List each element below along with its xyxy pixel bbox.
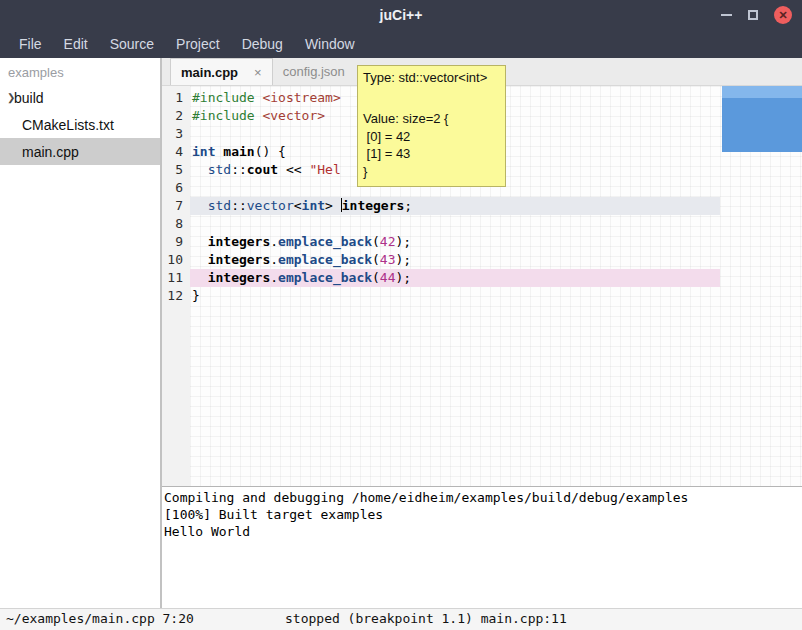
status-bar: ~/examples/main.cpp 7:20 stopped (breakp… [0, 608, 802, 630]
code-segment: std [208, 198, 231, 213]
line-number[interactable]: 11 [162, 269, 190, 287]
code-segment: ; [404, 198, 412, 213]
line-number[interactable]: 3 [162, 125, 190, 143]
sidebar-item-build[interactable]: ❯build [0, 84, 160, 111]
maximize-icon[interactable] [748, 10, 758, 20]
menu-bar: FileEditSourceProjectDebugWindow [0, 30, 802, 58]
tab-close-icon[interactable]: × [254, 65, 262, 80]
code-segment: integers [208, 252, 271, 267]
code-segment: <iostream> [262, 90, 340, 105]
code-segment: integers [208, 270, 271, 285]
code-line[interactable]: 11 integers.emplace_back(44); [162, 269, 802, 287]
code-text: integers.emplace_back(44); [190, 269, 720, 287]
code-segment: ( [372, 270, 380, 285]
code-segment: emplace_back [278, 270, 372, 285]
code-segment: < [294, 198, 302, 213]
minimize-icon[interactable] [721, 14, 732, 16]
code-segment: cout [247, 162, 278, 177]
code-segment: int [302, 198, 325, 213]
file-label: main.cpp [22, 144, 79, 160]
close-icon[interactable]: ✕ [774, 6, 792, 24]
status-file-position: ~/examples/main.cpp 7:20 [6, 611, 194, 626]
code-segment: } [192, 288, 200, 303]
line-number[interactable]: 7 [162, 197, 190, 215]
expander-chevron-icon[interactable]: ❯ [0, 92, 14, 103]
tab-main-cpp[interactable]: main.cpp× [170, 58, 273, 85]
code-text: integers.emplace_back(42); [190, 233, 720, 251]
code-segment: std [208, 162, 231, 177]
tooltip-value-block: Value: size=2 { [0] = 42 [1] = 43} [363, 110, 500, 180]
code-segment: emplace_back [278, 234, 372, 249]
code-segment: main [223, 144, 254, 159]
line-number[interactable]: 2 [162, 107, 190, 125]
line-number[interactable]: 1 [162, 89, 190, 107]
sidebar: examples ❯buildCMakeLists.txtmain.cpp [0, 58, 160, 608]
line-number[interactable]: 12 [162, 287, 190, 305]
code-segment: () { [255, 144, 286, 159]
tooltip-value-line: [1] = 43 [363, 145, 500, 163]
code-text: } [190, 287, 720, 305]
code-segment: << [278, 162, 309, 177]
code-text: integers.emplace_back(43); [190, 251, 720, 269]
code-segment: emplace_back [278, 252, 372, 267]
title-bar: juCi++ ✕ [0, 0, 802, 30]
line-number[interactable]: 9 [162, 233, 190, 251]
code-segment [192, 270, 208, 285]
status-debug-state: stopped (breakpoint 1.1) main.cpp:11 [285, 611, 567, 626]
code-segment: int [192, 144, 215, 159]
line-number[interactable]: 5 [162, 161, 190, 179]
tooltip-type-line: Type: std::vector<int> [363, 69, 500, 86]
sidebar-header: examples [0, 58, 160, 84]
tooltip-value-line: [0] = 42 [363, 128, 500, 146]
file-label: CMakeLists.txt [22, 117, 114, 133]
tab-label: config.json [283, 64, 345, 79]
output-panel[interactable]: Compiling and debugging /home/eidheim/ex… [162, 487, 802, 608]
code-line[interactable]: 9 integers.emplace_back(42); [162, 233, 802, 251]
code-segment: ( [372, 234, 380, 249]
menu-item-source[interactable]: Source [99, 30, 165, 58]
code-segment: ); [396, 252, 412, 267]
code-segment [192, 252, 208, 267]
menu-item-debug[interactable]: Debug [231, 30, 294, 58]
code-segment [192, 198, 208, 213]
code-line[interactable]: 12} [162, 287, 802, 305]
code-segment [192, 234, 208, 249]
code-segment: 42 [380, 234, 396, 249]
code-segment: vector [247, 198, 294, 213]
debug-tooltip: Type: std::vector<int> Value: size=2 { [… [357, 65, 506, 187]
output-line: [100%] Built target examples [164, 506, 802, 523]
code-line[interactable]: 10 integers.emplace_back(43); [162, 251, 802, 269]
line-number[interactable]: 4 [162, 143, 190, 161]
menu-item-file[interactable]: File [8, 30, 53, 58]
code-segment: 44 [380, 270, 396, 285]
window-controls: ✕ [721, 0, 792, 30]
menu-item-edit[interactable]: Edit [53, 30, 99, 58]
window-title: juCi++ [380, 7, 423, 23]
code-segment: ); [396, 234, 412, 249]
line-number[interactable]: 10 [162, 251, 190, 269]
code-line[interactable]: 8 [162, 215, 802, 233]
menu-item-project[interactable]: Project [165, 30, 231, 58]
code-text: std::vector<int> integers; [190, 197, 720, 215]
code-segment: #include [192, 108, 255, 123]
sidebar-item-cmakelists-txt[interactable]: CMakeLists.txt [0, 111, 160, 138]
code-segment: 43 [380, 252, 396, 267]
output-line: Hello World [164, 523, 802, 540]
code-segment: . [270, 234, 278, 249]
code-segment: #include [192, 90, 255, 105]
file-tree: ❯buildCMakeLists.txtmain.cpp [0, 84, 160, 165]
line-number[interactable]: 6 [162, 179, 190, 197]
code-segment: integers [342, 198, 405, 213]
code-segment: . [270, 270, 278, 285]
code-segment [192, 162, 208, 177]
line-number[interactable]: 8 [162, 215, 190, 233]
menu-item-window[interactable]: Window [294, 30, 366, 58]
code-segment: <vector> [262, 108, 325, 123]
code-segment: ( [372, 252, 380, 267]
code-segment: > [325, 198, 341, 213]
code-segment: :: [231, 198, 247, 213]
tab-label: main.cpp [181, 65, 238, 80]
app-window: juCi++ ✕ FileEditSourceProjectDebugWindo… [0, 0, 802, 630]
code-line[interactable]: 7 std::vector<int> integers; [162, 197, 802, 215]
sidebar-item-main-cpp[interactable]: main.cpp [0, 138, 160, 165]
